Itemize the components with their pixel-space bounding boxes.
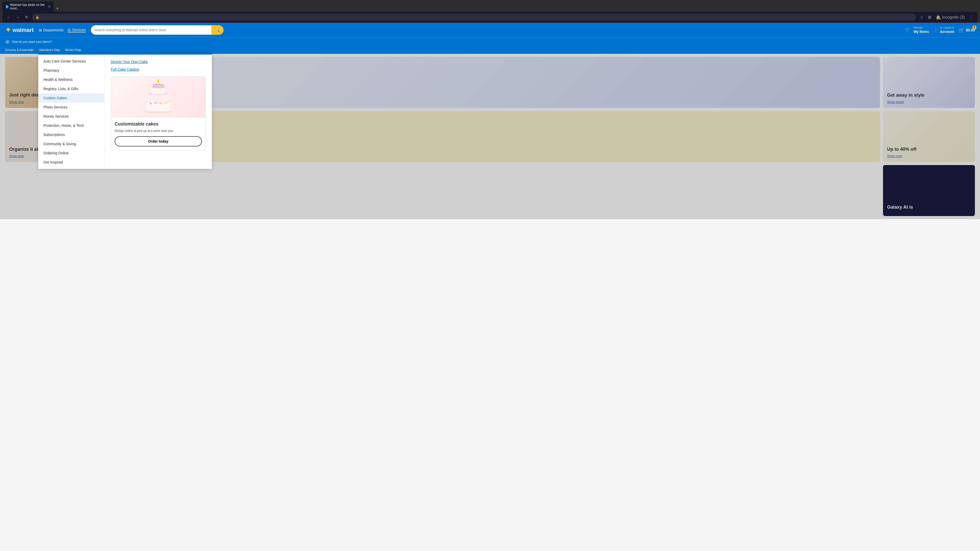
new-tab-button[interactable]: + [54, 5, 60, 12]
menu-item-registry[interactable]: Registry, Lists, & Gifts [38, 84, 104, 94]
departments-nav-item[interactable]: ⊞ Departments [39, 28, 64, 32]
menu-item-custom-cakes[interactable]: Custom Cakes [38, 94, 104, 103]
decor-shop-link[interactable]: Shop now [9, 100, 24, 104]
incognito-icon: 🕵 [936, 15, 941, 19]
services-list: Auto Care Center Services Pharmacy Healt… [38, 55, 105, 169]
tab-favicon: W [6, 5, 8, 8]
header-search: 🔍 [91, 25, 224, 35]
cat-nav-grocery[interactable]: Grocery & Essentials [5, 48, 34, 52]
svg-point-7 [150, 103, 151, 104]
menu-item-auto-care[interactable]: Auto Care Center Services [38, 57, 104, 66]
tab-title: Walmart has deals on the most... [10, 3, 45, 10]
bookmark-button[interactable]: ☆ [918, 14, 925, 21]
departments-label: Departments [43, 28, 64, 32]
cakes-links: Design Your Own Cake Full Cake Catalog [111, 60, 206, 71]
delivery-bar: ⊙ How do you want your items? [0, 37, 980, 46]
page-content: Auto Care Center Services Pharmacy Healt… [0, 54, 980, 219]
search-button[interactable]: 🔍 [211, 25, 224, 35]
walmart-logo[interactable]: ✦ walmart [5, 26, 34, 34]
departments-grid-icon: ⊞ [39, 28, 42, 32]
galaxy-text: Galaxy AI is [887, 205, 971, 210]
full-catalog-link[interactable]: Full Cake Catalog [111, 67, 206, 71]
delivery-icon: ⊙ [5, 40, 10, 44]
menu-button[interactable]: ⋮ [968, 14, 975, 21]
incognito-button[interactable]: 🕵 Incognito (3) [934, 14, 966, 21]
secure-icon: 🔒 [35, 16, 39, 19]
logo-text: walmart [13, 27, 34, 33]
search-input[interactable] [91, 25, 211, 35]
cake-card: Customizable cakes Design online & pick … [111, 76, 206, 150]
address-bar[interactable]: 🔒 walmart.com [32, 14, 916, 21]
back-button[interactable]: ← [5, 14, 12, 21]
cake-card-desc: Design online & pick up at a store near … [115, 129, 202, 133]
forward-button[interactable]: → [14, 14, 21, 21]
services-label: Services [72, 28, 86, 32]
browser-actions: ☆ ⊞ 🕵 Incognito (3) ⋮ [918, 14, 975, 21]
menu-item-money[interactable]: Money Services [38, 112, 104, 121]
sale-link[interactable]: Shop now [887, 154, 971, 158]
tab-close-button[interactable]: ✕ [48, 5, 51, 8]
order-today-button[interactable]: Order today [115, 136, 202, 146]
cart-count-badge: 0 [972, 25, 977, 30]
menu-item-community[interactable]: Community & Giving [38, 139, 104, 148]
cake-svg [143, 79, 173, 115]
reorder-button[interactable]: Reorder My Items [914, 26, 929, 34]
travel-banner: Get away in style Shop travel [883, 57, 975, 108]
person-icon: 👤 [933, 27, 939, 33]
sale-text: Up to 40% off [887, 147, 971, 152]
category-nav: Grocery & Essentials Valentine's Day Win… [0, 46, 980, 54]
galaxy-banner: Galaxy AI is [883, 165, 975, 216]
browser-nav: ← → ↻ 🔒 walmart.com ☆ ⊞ 🕵 Incognito (3) … [3, 12, 977, 23]
menu-item-inspired[interactable]: Get Inspired [38, 158, 104, 167]
header-actions: ♡ Reorder My Items 👤 Hi, Lauren D Accoun… [905, 26, 975, 34]
logo-spark-icon: ✦ [5, 26, 11, 34]
cat-nav-valentines[interactable]: Valentine's Day [39, 48, 60, 52]
active-tab[interactable]: W Walmart has deals on the most... ✕ [3, 2, 54, 12]
travel-shop-link[interactable]: Shop travel [887, 100, 971, 104]
design-your-own-link[interactable]: Design Your Own Cake [111, 60, 206, 64]
travel-banner-text: Get away in style [887, 93, 971, 98]
cart-icon: 🛒 [958, 27, 965, 33]
walmart-header: ✦ walmart ⊞ Departments ⊟ Services 🔍 ♡ R… [0, 23, 980, 37]
cake-image [111, 77, 205, 118]
menu-item-pharmacy[interactable]: Pharmacy [38, 66, 104, 75]
sidebar-button[interactable]: ⊞ [926, 14, 933, 21]
cake-body: Customizable cakes Design online & pick … [111, 118, 205, 150]
custom-cakes-content: Design Your Own Cake Full Cake Catalog [105, 55, 212, 169]
menu-item-protection[interactable]: Protection, Home, & Tech [38, 121, 104, 130]
menu-item-subscriptions[interactable]: Subscriptions [38, 130, 104, 139]
menu-item-ordering[interactable]: Ordering Online [38, 148, 104, 158]
services-dropdown: Auto Care Center Services Pharmacy Healt… [38, 54, 212, 169]
header-nav: ⊞ Departments ⊟ Services [39, 28, 86, 32]
cart-button[interactable]: 🛒 0 $0.00 [958, 27, 975, 33]
account-text: Hi, Lauren D Account [940, 26, 954, 34]
menu-item-health[interactable]: Health & Wellness [38, 75, 104, 84]
services-nav-item[interactable]: ⊟ Services [68, 28, 86, 32]
cat-nav-winter[interactable]: Winter Prep [65, 48, 81, 52]
delivery-text: How do you want your items? [12, 40, 52, 44]
reload-button[interactable]: ↻ [24, 14, 30, 21]
menu-item-photo[interactable]: Photo Services [38, 103, 104, 112]
services-grid-icon: ⊟ [68, 28, 71, 32]
svg-point-9 [160, 103, 162, 104]
incognito-label: Incognito (3) [942, 15, 965, 19]
browser-chrome: W Walmart has deals on the most... ✕ + ←… [0, 0, 980, 23]
wishlist-button[interactable]: ♡ [905, 27, 910, 33]
tab-bar: W Walmart has deals on the most... ✕ + [3, 2, 977, 12]
svg-point-10 [165, 102, 167, 103]
reorder-text: Reorder My Items [914, 26, 929, 34]
heart-icon: ♡ [905, 27, 910, 33]
svg-point-8 [155, 102, 156, 103]
sale-banner: Up to 40% off Shop now [883, 111, 975, 162]
cake-card-title: Customizable cakes [115, 121, 202, 127]
url-input[interactable]: walmart.com [41, 15, 913, 19]
account-button[interactable]: 👤 Hi, Lauren D Account [933, 26, 954, 34]
